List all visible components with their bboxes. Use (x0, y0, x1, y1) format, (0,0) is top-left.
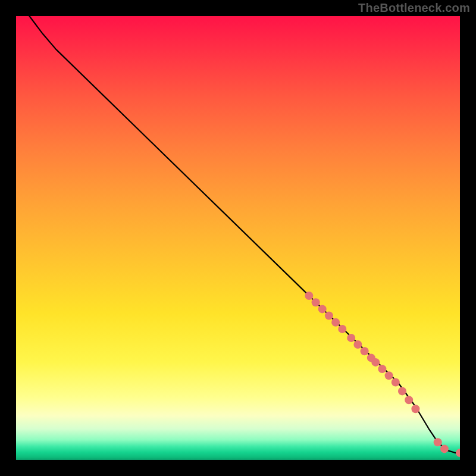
watermark-text: TheBottleneck.com (358, 1, 470, 15)
curve-marker (378, 365, 386, 373)
curve-marker (353, 340, 362, 349)
curve-marker (338, 325, 346, 333)
curve-marker (411, 405, 419, 413)
curve-marker (371, 358, 380, 367)
curve-marker (325, 312, 333, 320)
curve-marker (392, 378, 400, 387)
curve-marker (456, 449, 460, 457)
curve-markers (305, 292, 460, 457)
curve-marker (361, 347, 369, 355)
plot-area (16, 16, 460, 460)
curve-marker (305, 292, 313, 300)
curve-overlay (16, 16, 460, 460)
curve-marker (312, 298, 320, 306)
curve-marker (331, 318, 340, 327)
curve-marker (405, 396, 413, 404)
curve-marker (434, 438, 442, 446)
curve-marker (385, 371, 393, 380)
curve-marker (347, 334, 355, 342)
curve-marker (440, 444, 449, 453)
curve-marker (398, 387, 406, 395)
curve-marker (318, 305, 327, 313)
bottleneck-curve (29, 16, 460, 453)
chart-frame: TheBottleneck.com (0, 0, 476, 476)
